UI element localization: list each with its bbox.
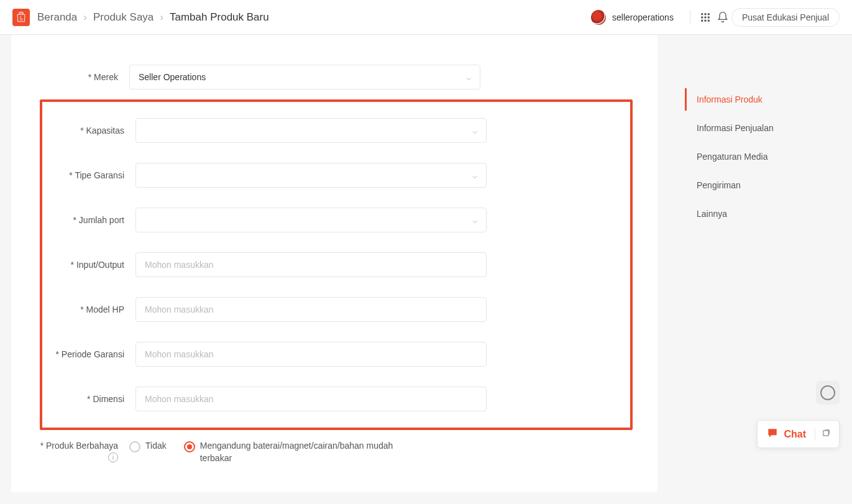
brand-select[interactable]: Seller Operations ⌵ <box>129 65 480 89</box>
sidenav-item-media[interactable]: Pengaturan Media <box>685 145 815 168</box>
avatar <box>591 10 606 25</box>
chat-button[interactable]: Chat <box>757 420 840 448</box>
chat-icon <box>766 427 779 441</box>
io-input[interactable] <box>135 252 487 277</box>
warranty-period-input[interactable] <box>135 342 487 367</box>
radio-off-icon <box>129 441 140 452</box>
chevron-right-icon: › <box>83 11 87 24</box>
shopee-logo[interactable] <box>12 9 30 26</box>
sidenav-item-info-penjualan[interactable]: Informasi Penjualan <box>685 117 815 139</box>
bag-icon <box>16 12 27 23</box>
breadcrumb-products[interactable]: Produk Saya <box>93 11 153 24</box>
username: selleroperations <box>612 12 674 22</box>
svg-rect-9 <box>823 431 828 436</box>
popout-icon <box>815 429 830 439</box>
apps-icon[interactable] <box>697 9 714 26</box>
svg-rect-1 <box>704 13 706 15</box>
user-area[interactable]: selleroperations <box>591 10 674 25</box>
hazard-radio-yes[interactable]: Mengandung baterai/magnet/cairan/bahan m… <box>184 440 399 464</box>
bell-icon[interactable] <box>714 9 731 26</box>
divider <box>690 10 690 25</box>
chevron-down-icon: ⌵ <box>472 170 477 180</box>
sidenav-item-info-produk[interactable]: Informasi Produk <box>685 88 815 111</box>
breadcrumb: Beranda › Produk Saya › Tambah Produk Ba… <box>37 11 269 24</box>
hazard-radio-no[interactable]: Tidak <box>129 440 167 452</box>
radio-on-icon <box>184 441 195 452</box>
capacity-select[interactable]: ⌵ <box>135 118 487 143</box>
chevron-down-icon: ⌵ <box>466 72 471 82</box>
chevron-right-icon: › <box>160 11 163 24</box>
label-port-count: * Jumlah port <box>42 214 135 226</box>
info-icon[interactable]: i <box>108 452 118 462</box>
chat-label: Chat <box>784 429 806 440</box>
label-io: * Input/Output <box>42 259 135 270</box>
label-model-hp: * Model HP <box>42 304 135 315</box>
topbar: Beranda › Produk Saya › Tambah Produk Ba… <box>0 0 852 35</box>
chevron-down-icon: ⌵ <box>472 215 477 225</box>
svg-rect-6 <box>701 19 703 21</box>
model-hp-input[interactable] <box>135 297 487 322</box>
dimension-input[interactable] <box>135 387 487 411</box>
brand-value: Seller Operations <box>139 72 206 82</box>
svg-rect-0 <box>701 13 703 15</box>
port-count-select[interactable]: ⌵ <box>135 208 487 232</box>
svg-rect-2 <box>708 13 710 15</box>
label-warranty-period: * Periode Garansi <box>42 349 135 360</box>
svg-rect-7 <box>704 19 706 21</box>
breadcrumb-home[interactable]: Beranda <box>37 11 77 24</box>
chevron-down-icon: ⌵ <box>472 126 477 135</box>
svg-rect-5 <box>708 16 710 18</box>
label-dimension: * Dimensi <box>42 393 135 405</box>
label-warranty-type: * Tipe Garansi <box>42 170 135 181</box>
label-brand: * Merek <box>36 71 129 83</box>
svg-rect-8 <box>708 19 710 21</box>
label-hazard: * Produk Berbahaya i <box>36 439 129 462</box>
help-float-button[interactable] <box>816 381 840 405</box>
education-button[interactable]: Pusat Edukasi Penjual <box>731 8 840 27</box>
label-capacity: * Kapasitas <box>42 125 135 136</box>
warranty-type-select[interactable]: ⌵ <box>135 163 487 188</box>
highlight-box: * Kapasitas ⌵ * Tipe Garansi ⌵ <box>40 99 633 430</box>
sidenav-item-lainnya[interactable]: Lainnya <box>685 203 815 225</box>
form-card: * Merek Seller Operations ⌵ * Kapasitas <box>11 35 657 492</box>
svg-rect-4 <box>704 16 706 18</box>
breadcrumb-current: Tambah Produk Baru <box>170 11 269 24</box>
svg-rect-3 <box>701 16 703 18</box>
sidenav-item-pengiriman[interactable]: Pengiriman <box>685 174 815 196</box>
